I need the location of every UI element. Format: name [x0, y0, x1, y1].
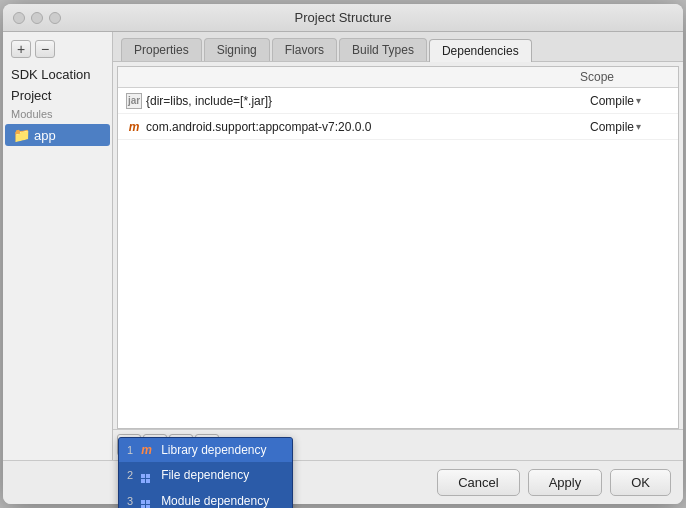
module-dependency-label: Module dependency: [161, 494, 269, 508]
dependencies-table: Scope jar {dir=libs, include=[*.jar]} Co…: [117, 66, 679, 429]
tab-signing[interactable]: Signing: [204, 38, 270, 61]
sidebar-item-app[interactable]: 📁 app: [5, 124, 110, 146]
close-dot[interactable]: [13, 12, 25, 24]
sdk-location-label: SDK Location: [11, 67, 91, 82]
file-dependency-item[interactable]: 2 File dependency: [119, 462, 292, 488]
library-icon: m: [141, 443, 155, 457]
window-controls: [13, 12, 61, 24]
dialog-title: Project Structure: [295, 10, 392, 25]
item-num-3: 3: [127, 495, 133, 507]
tab-properties[interactable]: Properties: [121, 38, 202, 61]
item-num-2: 2: [127, 469, 133, 481]
scope-column-header: Scope: [580, 70, 670, 84]
ok-button[interactable]: OK: [610, 469, 671, 496]
modules-section-label: Modules: [3, 106, 112, 124]
dependency-label-2: com.android.support:appcompat-v7:20.0.0: [146, 120, 590, 134]
main-panel: Properties Signing Flavors Build Types D…: [113, 32, 683, 460]
remove-module-button[interactable]: −: [35, 40, 55, 58]
add-dependency-dropdown: 1 m Library dependency 2 File dependency…: [118, 437, 293, 508]
add-module-button[interactable]: +: [11, 40, 31, 58]
table-row[interactable]: m com.android.support:appcompat-v7:20.0.…: [118, 114, 678, 140]
folder-icon: 📁: [13, 127, 30, 143]
scope-select-1[interactable]: Compile ▾: [590, 94, 670, 108]
file-dependency-label: File dependency: [161, 468, 249, 482]
tabs-bar: Properties Signing Flavors Build Types D…: [113, 32, 683, 62]
sidebar-item-sdk-location[interactable]: SDK Location: [3, 64, 112, 85]
sidebar: + − SDK Location Project Modules 📁 app: [3, 32, 113, 460]
zoom-dot[interactable]: [49, 12, 61, 24]
scope-dropdown-arrow-1: ▾: [636, 95, 641, 106]
app-label: app: [34, 128, 56, 143]
table-header: Scope: [118, 67, 678, 88]
tab-flavors[interactable]: Flavors: [272, 38, 337, 61]
footer-buttons: Cancel Apply OK: [3, 460, 683, 504]
scope-select-2[interactable]: Compile ▾: [590, 120, 670, 134]
table-body: jar {dir=libs, include=[*.jar]} Compile …: [118, 88, 678, 428]
sidebar-toolbar: + −: [3, 36, 112, 64]
scope-dropdown-arrow-2: ▾: [636, 121, 641, 132]
module-icon: m: [126, 119, 142, 135]
item-num-1: 1: [127, 444, 133, 456]
content-area: + − SDK Location Project Modules 📁 app P…: [3, 32, 683, 460]
module-dependency-item[interactable]: 3 Module dependency: [119, 488, 292, 508]
file-icon: [141, 467, 155, 483]
minimize-dot[interactable]: [31, 12, 43, 24]
tab-dependencies[interactable]: Dependencies: [429, 39, 532, 62]
tab-build-types[interactable]: Build Types: [339, 38, 427, 61]
title-bar: Project Structure: [3, 4, 683, 32]
project-label: Project: [11, 88, 51, 103]
library-dependency-item[interactable]: 1 m Library dependency: [119, 438, 292, 462]
module-dep-icon: [141, 493, 155, 508]
cancel-button[interactable]: Cancel: [437, 469, 519, 496]
apply-button[interactable]: Apply: [528, 469, 603, 496]
table-row[interactable]: jar {dir=libs, include=[*.jar]} Compile …: [118, 88, 678, 114]
dependency-label-1: {dir=libs, include=[*.jar]}: [146, 94, 590, 108]
project-structure-dialog: Project Structure + − SDK Location Proje…: [3, 4, 683, 504]
library-dependency-label: Library dependency: [161, 443, 266, 457]
sidebar-item-project[interactable]: Project: [3, 85, 112, 106]
jar-icon: jar: [126, 93, 142, 109]
